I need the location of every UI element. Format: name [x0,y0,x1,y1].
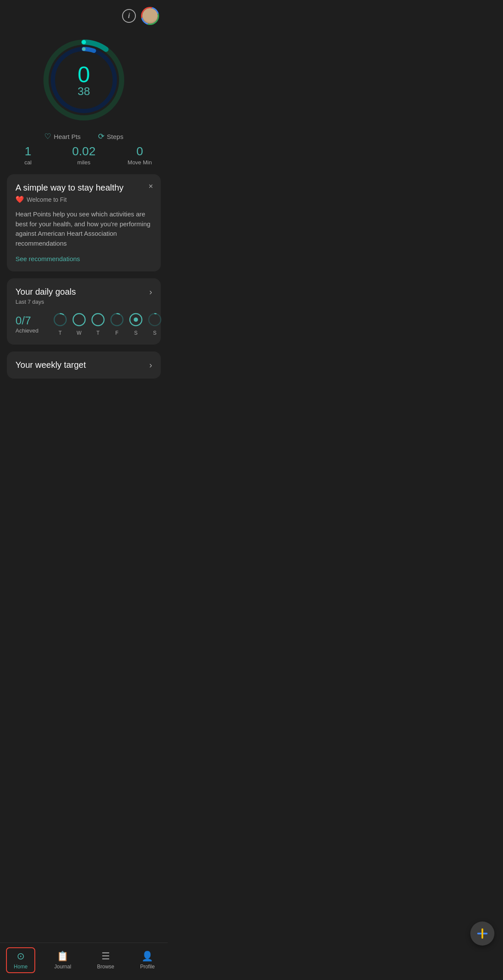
day-label-f: F [115,330,118,336]
goals-content: 0/7 Achieved T [15,312,152,336]
miles-stat: 0.02 miles [56,145,112,166]
day-label-t2: T [96,330,99,336]
steps-label: Steps [107,133,123,140]
heart-pts-tab[interactable]: ♡ Heart Pts [44,132,81,141]
miles-value: 0.02 [56,145,112,158]
google-fit-icon: ❤️ [15,195,24,203]
heart-pts-label: Heart Pts [54,133,81,140]
weekly-target-card: Your weekly target › [7,351,161,379]
goals-chevron-icon[interactable]: › [149,287,152,297]
day-circle-t1 [52,312,68,327]
weekly-chevron-icon[interactable]: › [149,360,152,370]
ring-values: 0 38 [78,63,90,97]
move-min-label: Move Min [112,159,168,166]
day-label-s1: S [134,330,138,336]
cal-value: 1 [0,145,56,158]
day-circle-s2 [147,312,163,327]
day-circle-s1 [128,312,144,327]
miles-label: miles [56,159,112,166]
svg-point-14 [149,314,161,326]
goals-title: Your daily goals [15,287,76,297]
stats-numbers: 1 cal 0.02 miles 0 Move Min [0,145,168,166]
stats-tabs: ♡ Heart Pts ⟳ Steps [0,132,168,141]
achieved-value: 0/7 [15,314,46,327]
svg-point-13 [134,317,138,322]
ring-container: 0 38 [0,28,168,127]
welcome-card-title: A simple way to stay healthy [15,183,152,193]
info-icon[interactable]: i [122,9,136,23]
weekly-header: Your weekly target › [15,360,152,370]
goals-header: Your daily goals › [15,287,152,297]
day-col-s1: S [128,312,144,336]
day-col-t1: T [52,312,68,336]
header: i [0,0,168,28]
move-min-stat: 0 Move Min [112,145,168,166]
day-col-t2: T [90,312,106,336]
ring-sub-value: 38 [78,86,90,97]
see-recommendations-link[interactable]: See recommendations [15,255,80,262]
goals-subtitle: Last 7 days [15,299,152,305]
day-col-s2: S [147,312,163,336]
svg-point-6 [54,314,66,326]
ring-main-value: 0 [78,63,90,86]
day-circle-f [109,312,125,327]
welcome-card-subtitle: ❤️ Welcome to Fit [15,195,152,203]
welcome-card-body: Heart Points help you see which activiti… [15,210,152,248]
heart-pts-icon: ♡ [44,132,51,141]
steps-tab[interactable]: ⟳ Steps [98,132,123,141]
day-circle-t2 [90,312,106,327]
achieved-label: Achieved [15,327,46,334]
welcome-card: A simple way to stay healthy ❤️ Welcome … [7,174,161,271]
day-col-f: F [109,312,125,336]
close-button[interactable]: × [148,182,153,191]
day-circles: T W T [52,312,163,336]
svg-point-4 [82,40,86,44]
steps-icon: ⟳ [98,132,104,141]
achieved-block: 0/7 Achieved [15,314,46,334]
avatar[interactable] [141,7,159,25]
svg-point-8 [73,314,85,326]
cal-stat: 1 cal [0,145,56,166]
move-value: 0 [112,145,168,158]
day-label-w: W [77,330,81,336]
day-col-w: W [71,312,87,336]
daily-goals-card: Your daily goals › Last 7 days 0/7 Achie… [7,278,161,345]
day-label-s2: S [153,330,156,336]
svg-point-9 [92,314,104,326]
svg-point-10 [111,314,123,326]
weekly-title: Your weekly target [15,360,86,370]
ring-chart[interactable]: 0 38 [41,37,127,123]
day-circle-w [71,312,87,327]
svg-point-5 [82,47,86,51]
day-label-t1: T [58,330,61,336]
cal-label: cal [0,159,56,166]
